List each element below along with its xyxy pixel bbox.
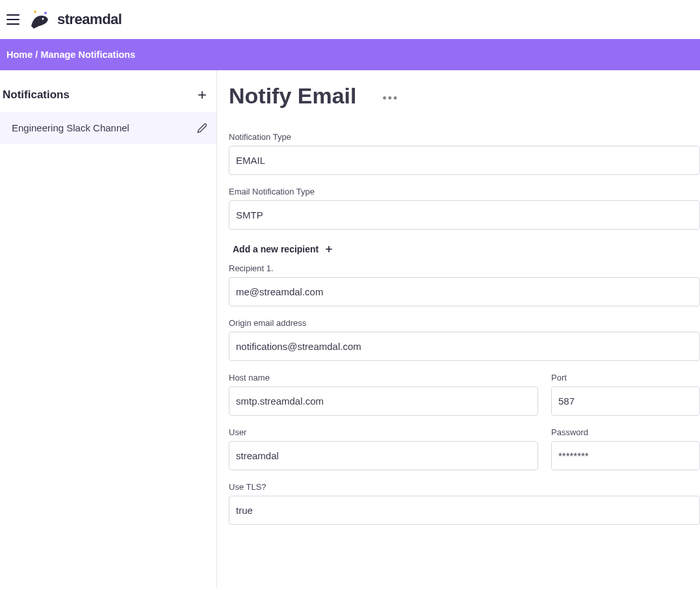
notification-type-input[interactable] [229, 146, 700, 175]
host-name-group: Host name [224, 373, 538, 416]
edit-icon[interactable] [197, 123, 207, 133]
password-label: Password [551, 427, 700, 437]
brand-name: streamdal [57, 11, 122, 28]
page-title: Notify Email [229, 83, 356, 109]
sidebar-item-engineering-slack[interactable]: Engineering Slack Channel [0, 112, 216, 144]
host-port-row: Host name Port [224, 373, 700, 427]
streamdal-bird-icon [29, 8, 52, 31]
user-password-row: User Password [224, 427, 700, 482]
port-label: Port [551, 373, 700, 382]
origin-email-input[interactable] [229, 332, 700, 361]
sidebar-item-label: Engineering Slack Channel [12, 122, 129, 133]
recipient-1-label: Recipient 1. [229, 263, 700, 273]
sidebar: Notifications Engineering Slack Channel [0, 70, 217, 587]
email-notification-type-label: Email Notification Type [229, 187, 700, 196]
notification-type-group: Notification Type [224, 132, 700, 175]
brand-logo[interactable]: streamdal [29, 8, 122, 31]
email-notification-type-group: Email Notification Type [224, 187, 700, 230]
app-header: streamdal [0, 0, 700, 39]
svg-point-0 [34, 10, 36, 13]
password-input[interactable] [551, 441, 700, 470]
host-name-input[interactable] [229, 386, 538, 416]
notification-type-label: Notification Type [229, 132, 700, 142]
user-label: User [229, 427, 538, 437]
port-input[interactable] [551, 386, 700, 416]
origin-email-label: Origin email address [229, 318, 700, 328]
use-tls-input[interactable] [229, 496, 700, 525]
add-recipient-icon[interactable] [324, 244, 334, 254]
breadcrumb: Home / Manage Notifications [0, 39, 700, 70]
user-input[interactable] [229, 441, 538, 470]
breadcrumb-separator: / [32, 49, 40, 60]
main-content: Notify Email ••• Notification Type Email… [217, 70, 700, 587]
user-group: User [224, 427, 538, 470]
add-notification-icon[interactable] [196, 88, 209, 101]
add-recipient-label: Add a new recipient [233, 244, 318, 254]
port-group: Port [551, 373, 700, 416]
use-tls-group: Use TLS? [224, 482, 700, 525]
recipient-1-input[interactable] [229, 277, 700, 306]
breadcrumb-current: Manage Notifications [40, 49, 135, 60]
page-title-row: Notify Email ••• [224, 83, 700, 109]
svg-point-2 [42, 18, 44, 20]
add-recipient-row: Add a new recipient [224, 241, 700, 263]
host-name-label: Host name [229, 373, 538, 382]
sidebar-title: Notifications [3, 88, 70, 101]
content-area: Notifications Engineering Slack Channel … [0, 70, 700, 587]
origin-email-group: Origin email address [224, 318, 700, 361]
password-group: Password [551, 427, 700, 470]
menu-toggle-button[interactable] [5, 12, 21, 27]
sidebar-header: Notifications [0, 83, 216, 112]
recipient-1-group: Recipient 1. [224, 263, 700, 306]
breadcrumb-home-link[interactable]: Home [6, 49, 32, 60]
email-notification-type-input[interactable] [229, 200, 700, 230]
svg-point-1 [44, 12, 47, 14]
use-tls-label: Use TLS? [229, 482, 700, 492]
more-options-icon[interactable]: ••• [382, 92, 398, 105]
